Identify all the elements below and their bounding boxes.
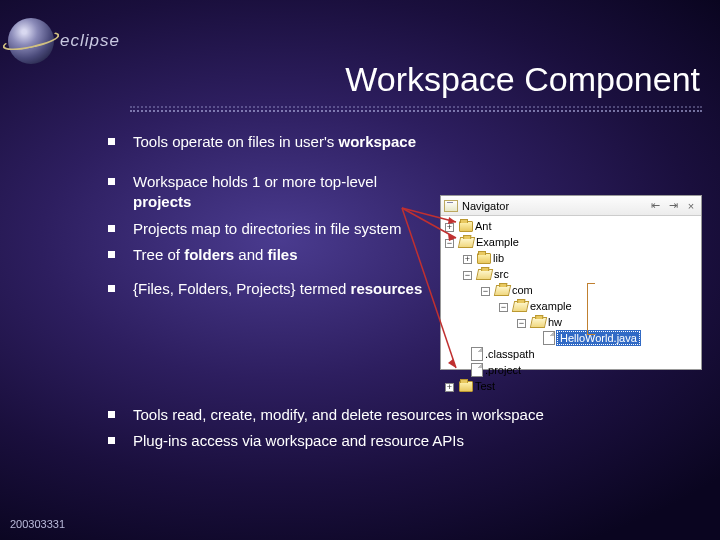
expand-icon[interactable]: + [445,223,454,232]
folder-open-icon [458,237,475,248]
collapse-icon[interactable]: − [463,271,472,280]
eclipse-sphere-icon [8,18,54,64]
bullet-text: Tools operate on files in user's workspa… [133,132,416,152]
tree-item-test[interactable]: + Test [443,378,701,394]
logo-text: eclipse [60,31,120,51]
tree-item-example-pkg[interactable]: − example [443,298,701,314]
tree-item-hw[interactable]: − hw [443,314,701,330]
tree-item-com[interactable]: − com [443,282,701,298]
folder-open-icon [530,317,547,328]
bullet-icon [108,138,115,145]
bullet-icon [108,285,115,292]
bullet-group-2: Workspace holds 1 or more top-level proj… [108,172,428,305]
navigator-panel: Navigator ⇤ ⇥ × + Ant − Example + lib − … [440,195,702,370]
tree-item-helloworld[interactable]: HelloWorld.java [443,330,701,346]
file-icon [543,331,555,345]
expand-icon[interactable]: + [445,383,454,392]
title-underline [130,106,702,112]
folder-closed-icon [459,381,473,392]
slide-title: Workspace Component [345,60,700,99]
navigator-tree: + Ant − Example + lib − src − com [441,216,701,396]
tree-item-ant[interactable]: + Ant [443,218,701,234]
bullet-icon [108,225,115,232]
bullet-text: Plug-ins access via workspace and resour… [133,431,464,451]
folder-open-icon [476,269,493,280]
selected-file: HelloWorld.java [557,331,640,345]
bullet-icon [108,437,115,444]
footer-id: 200303331 [10,518,65,530]
tree-item-example[interactable]: − Example [443,234,701,250]
folders-files-callout [587,283,594,335]
close-icon[interactable]: × [684,199,698,213]
collapse-icon[interactable]: − [481,287,490,296]
bullet-icon [108,251,115,258]
navigator-titlebar: Navigator ⇤ ⇥ × [441,196,701,216]
tree-item-lib[interactable]: + lib [443,250,701,266]
file-icon [471,363,483,377]
bullet-icon [108,411,115,418]
navigator-title: Navigator [462,200,644,212]
file-icon [471,347,483,361]
tree-item-classpath[interactable]: .classpath [443,346,701,362]
collapse-icon[interactable]: − [517,319,526,328]
collapse-icon[interactable]: − [445,239,454,248]
bullet-text: Workspace holds 1 or more top-level proj… [133,172,428,213]
folder-open-icon [494,285,511,296]
expand-icon[interactable]: + [463,255,472,264]
eclipse-logo: eclipse [8,18,120,64]
navigator-icon [444,200,458,212]
folder-closed-icon [459,221,473,232]
tree-item-src[interactable]: − src [443,266,701,282]
bullet-icon [108,178,115,185]
bullet-group-1: Tools operate on files in user's workspa… [108,132,628,158]
folder-open-icon [512,301,529,312]
collapse-left-icon[interactable]: ⇤ [648,199,662,213]
tree-item-project[interactable]: .project [443,362,701,378]
bullet-text: Tree of folders and files [133,245,298,265]
bullet-text: Projects map to directories in file syst… [133,219,401,239]
collapse-icon[interactable]: − [499,303,508,312]
folder-closed-icon [477,253,491,264]
bullet-text: Tools read, create, modify, and delete r… [133,405,544,425]
bullet-text: {Files, Folders, Projects} termed resour… [133,279,422,299]
collapse-right-icon[interactable]: ⇥ [666,199,680,213]
bullet-group-3: Tools read, create, modify, and delete r… [108,405,628,458]
